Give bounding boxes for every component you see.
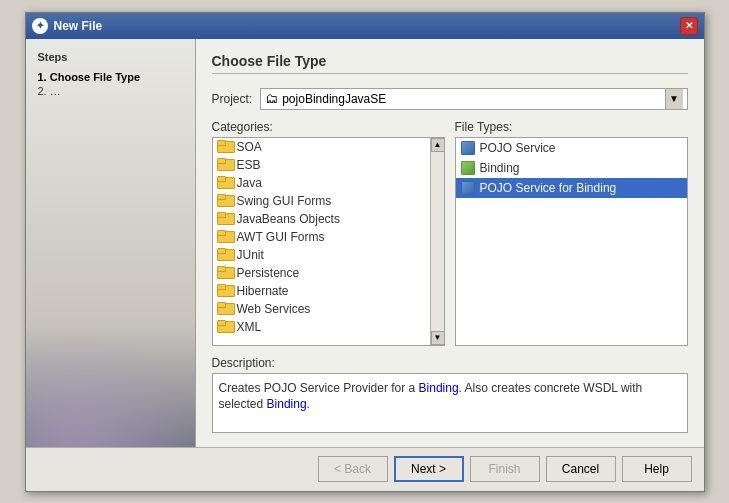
help-button[interactable]: Help [622,456,692,482]
filetypes-label: File Types: [455,120,688,134]
section-title: Choose File Type [212,53,688,74]
list-item[interactable]: Swing GUI Forms [213,192,430,210]
categories-list: SOA ESB Java [213,138,430,345]
project-dropdown[interactable]: 🗂 pojoBindingJavaSE ▼ [260,88,687,110]
folder-icon [217,284,233,297]
title-bar: ✦ New File ✕ [26,13,704,39]
pojo-binding-icon [460,180,476,196]
desc-link-binding1: Binding [419,381,459,395]
folder-icon [217,302,233,315]
step-1: 1. Choose File Type [38,71,183,83]
folder-icon [217,266,233,279]
project-label: Project: [212,92,253,106]
dropdown-arrow-icon[interactable]: ▼ [665,89,683,109]
categories-panel: Categories: SOA ESB [212,120,445,346]
list-item-selected[interactable]: POJO Service for Binding [456,178,687,198]
project-row: Project: 🗂 pojoBindingJavaSE ▼ [212,88,688,110]
folder-icon [217,158,233,171]
list-item[interactable]: ESB [213,156,430,174]
pojo-service-icon [460,140,476,156]
list-item[interactable]: JavaBeans Objects [213,210,430,228]
list-item[interactable]: XML [213,318,430,336]
binding-icon [460,160,476,176]
folder-icon [217,212,233,225]
step-1-number: 1. [38,71,47,83]
folder-icon [217,248,233,261]
categories-scrollbar[interactable]: ▲ ▼ [430,138,444,345]
dialog-footer: < Back Next > Finish Cancel Help [26,447,704,491]
close-button[interactable]: ✕ [680,17,698,35]
scroll-down-button[interactable]: ▼ [431,331,445,345]
list-item[interactable]: Java [213,174,430,192]
list-item[interactable]: POJO Service [456,138,687,158]
dialog-icon: ✦ [32,18,48,34]
folder-icon [217,140,233,153]
scroll-up-button[interactable]: ▲ [431,138,445,152]
back-button[interactable]: < Back [318,456,388,482]
dialog-body: Steps 1. Choose File Type 2. … Choose Fi… [26,39,704,447]
project-icon: 🗂 [265,91,278,106]
description-label: Description: [212,356,688,370]
list-item[interactable]: Binding [456,158,687,178]
next-button[interactable]: Next > [394,456,464,482]
desc-link-binding2: Binding [267,397,307,411]
sidebar: Steps 1. Choose File Type 2. … [26,39,196,447]
list-item[interactable]: Web Services [213,300,430,318]
list-item[interactable]: Hibernate [213,282,430,300]
filetypes-panel: File Types: POJO Service Bin [455,120,688,346]
folder-icon [217,194,233,207]
categories-label: Categories: [212,120,445,134]
list-item[interactable]: SOA [213,138,430,156]
folder-icon [217,320,233,333]
project-value: pojoBindingJavaSE [282,92,664,106]
step-2: 2. … [38,85,183,97]
description-section: Description: Creates POJO Service Provid… [212,356,688,433]
list-item[interactable]: AWT GUI Forms [213,228,430,246]
desc-text-before: Creates POJO Service Provider for a [219,381,419,395]
cancel-button[interactable]: Cancel [546,456,616,482]
two-panel: Categories: SOA ESB [212,120,688,346]
main-content: Choose File Type Project: 🗂 pojoBindingJ… [196,39,704,447]
folder-icon [217,176,233,189]
step-2-label: … [50,85,61,97]
steps-title: Steps [38,51,183,63]
folder-icon [217,230,233,243]
description-box: Creates POJO Service Provider for a Bind… [212,373,688,433]
step-2-number: 2. [38,85,47,97]
step-1-label: Choose File Type [50,71,140,83]
scroll-track [431,152,444,331]
dialog-window: ✦ New File ✕ Steps 1. Choose File Type 2… [25,12,705,492]
dialog-title: New File [54,19,103,33]
finish-button[interactable]: Finish [470,456,540,482]
list-item[interactable]: Persistence [213,264,430,282]
desc-text-after: . [307,397,310,411]
list-item[interactable]: JUnit [213,246,430,264]
